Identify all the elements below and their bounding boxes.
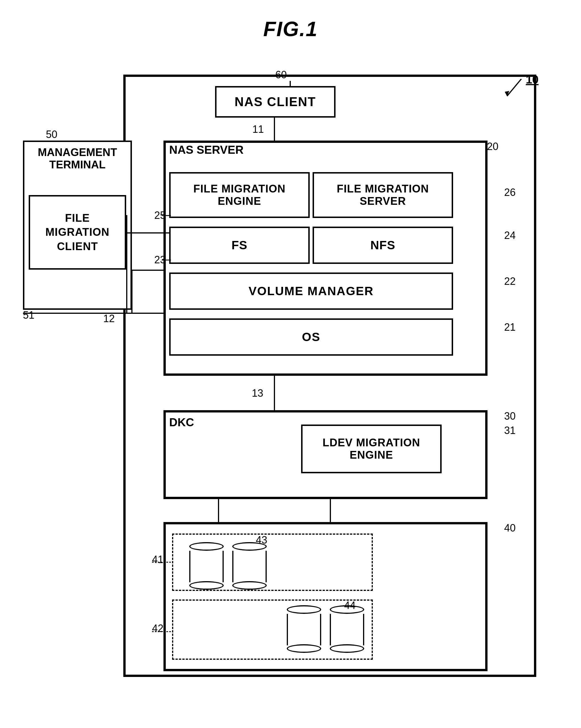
fm-server-line1: FILE MIGRATION (337, 183, 429, 195)
ref-40: 40 (504, 522, 516, 534)
fm-client-line3: CLIENT (57, 239, 98, 254)
fm-client-line1: FILE (65, 211, 90, 225)
ref-13: 13 (252, 387, 263, 399)
mgmt-terminal-line1: MANAGEMENT (26, 146, 129, 159)
ref-21: 21 (504, 321, 516, 333)
ref-24: 24 (504, 230, 516, 241)
fm-server-line2: SERVER (360, 195, 406, 207)
mgmt-terminal-label: MANAGEMENT TERMINAL (26, 146, 129, 171)
diagram-page: FIG.1 10 NAS CLIENT 60 11 NAS SERVER 20 … (0, 0, 581, 728)
ref-11: 11 (253, 123, 264, 135)
ldev-engine-line2: ENGINE (349, 449, 393, 461)
cylinder-3 (287, 605, 321, 653)
svg-line-0 (507, 79, 521, 96)
nfs-label: NFS (370, 238, 395, 252)
fm-server-box: FILE MIGRATION SERVER (313, 172, 453, 218)
vol-mgr-label: VOLUME MANAGER (248, 284, 374, 298)
fm-engine-line1: FILE MIGRATION (193, 183, 286, 195)
nas-server-label: NAS SERVER (169, 144, 243, 156)
ref-30: 30 (504, 410, 516, 422)
ref-22: 22 (504, 276, 516, 287)
cylinder-2 (232, 542, 267, 590)
fm-client-line2: MIGRATION (45, 225, 109, 239)
cylinder-4 (330, 605, 364, 653)
fs-label: FS (232, 238, 247, 252)
ref-31: 31 (504, 424, 516, 437)
ref-12: 12 (103, 313, 115, 325)
ref-51: 51 (23, 309, 34, 321)
ref-44: 44 (344, 599, 355, 612)
ldev-engine-line1: LDEV MIGRATION (323, 437, 420, 449)
figure-title: FIG.1 (0, 17, 581, 41)
fm-engine-line2: ENGINE (218, 195, 261, 207)
ref-10-area: 10 (526, 73, 539, 86)
ref-43: 43 (256, 534, 267, 546)
os-box: OS (169, 318, 453, 356)
fm-client-box: FILE MIGRATION CLIENT (29, 195, 126, 270)
ref-20: 20 (487, 140, 498, 153)
dkc-label-text: DKC (169, 416, 194, 429)
mgmt-terminal-line2: TERMINAL (26, 159, 129, 171)
nas-client-box: NAS CLIENT (215, 86, 336, 118)
ref-26: 26 (504, 186, 516, 199)
vol-mgr-box: VOLUME MANAGER (169, 272, 453, 310)
ldev-engine-box: LDEV MIGRATION ENGINE (301, 424, 442, 473)
nas-client-label: NAS CLIENT (235, 95, 316, 109)
ref-60: 60 (275, 69, 287, 81)
fm-engine-box: FILE MIGRATION ENGINE (169, 172, 310, 218)
ref-50: 50 (46, 129, 57, 140)
os-label: OS (302, 330, 321, 344)
cylinder-1 (189, 542, 224, 590)
fs-box: FS (169, 227, 310, 264)
nfs-box: NFS (313, 227, 453, 264)
